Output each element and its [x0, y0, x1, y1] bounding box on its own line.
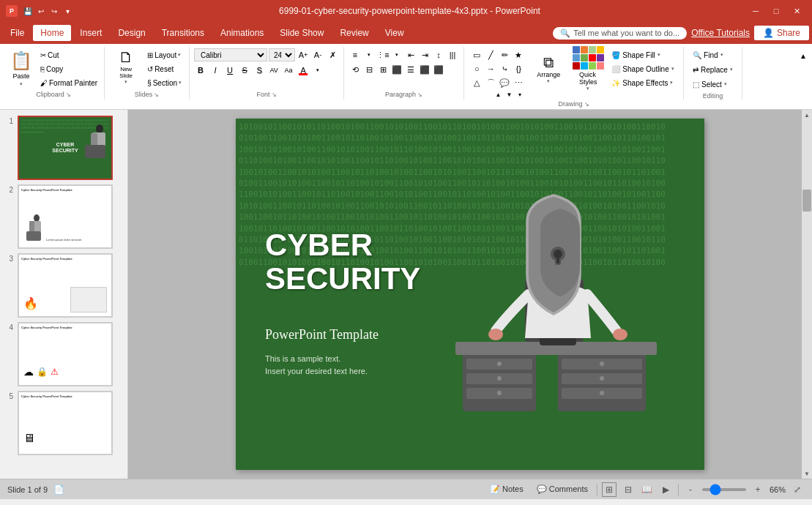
select-button[interactable]: ⬚ Select ▾ [688, 78, 731, 91]
undo-button[interactable]: ↩ [35, 5, 47, 17]
slide-img-5[interactable]: Cyber Security PowerPoint Template 🖥 [18, 391, 113, 455]
decrease-font-size-button[interactable]: A- [311, 48, 324, 61]
new-slide-button[interactable]: 🗋 NewSlide ▾ [109, 48, 143, 85]
paragraph-expand-icon[interactable]: ↘ [417, 91, 422, 98]
numbered-list-button[interactable]: ⋮≡ [376, 48, 390, 61]
shape-freeform[interactable]: ✏ [498, 48, 511, 61]
text-direction-button[interactable]: ⟲ [349, 63, 362, 76]
change-case-button[interactable]: Aa [282, 64, 295, 77]
align-right-button[interactable]: ⬛ [418, 63, 431, 76]
slide-img-2[interactable]: Cyber Security PowerPoint Template Lorem… [18, 184, 113, 249]
columns-button[interactable]: ||| [446, 48, 459, 61]
bullet-list-button[interactable]: ≡ [349, 48, 362, 61]
scroll-thumb-v[interactable] [802, 190, 811, 212]
menu-design[interactable]: Design [111, 25, 152, 41]
shape-bracket[interactable]: {} [512, 62, 525, 75]
align-center-button[interactable]: ☰ [404, 63, 417, 76]
section-button[interactable]: § Section ▾ [144, 76, 185, 89]
notes-button[interactable]: 📝 Notes [485, 484, 528, 495]
tell-me-box[interactable]: 🔍 Tell me what you want to do... [553, 27, 687, 40]
shape-more[interactable]: ⋯ [512, 76, 525, 89]
shape-star[interactable]: ★ [512, 48, 525, 61]
share-button[interactable]: 👤 Share [754, 26, 809, 40]
italic-button[interactable]: I [209, 64, 222, 77]
font-name-select[interactable]: Calibri Arial Times New Roman [194, 48, 267, 61]
fit-window-button[interactable]: ⤢ [790, 482, 805, 497]
quick-styles-button[interactable]: QuickStyles ▾ [572, 48, 604, 89]
shape-outline-button[interactable]: ⬜ Shape Outline ▾ [608, 62, 677, 75]
zoom-slider[interactable] [702, 488, 746, 491]
increase-indent-button[interactable]: ⇥ [418, 48, 431, 61]
shape-triangle[interactable]: △ [470, 76, 483, 89]
menu-slideshow[interactable]: Slide Show [272, 25, 331, 41]
strikethrough-button[interactable]: S [238, 64, 251, 77]
clear-format-button[interactable]: ✗ [326, 48, 339, 61]
slide-img-1[interactable]: 1010100110010110100101001100101010011001… [18, 116, 113, 180]
align-left-button[interactable]: ⬛ [390, 63, 403, 76]
drawing-expand-icon[interactable]: ↘ [584, 101, 589, 108]
font-size-select[interactable]: 24 18 32 48 [269, 48, 295, 61]
bold-button[interactable]: B [194, 64, 207, 77]
slideshow-view-button[interactable]: ▶ [659, 482, 674, 497]
ribbon-collapse-button[interactable]: ▲ [797, 50, 809, 61]
menu-view[interactable]: View [378, 25, 411, 41]
comments-button[interactable]: 💬 Comments [532, 484, 592, 495]
arrange-button[interactable]: ⧉ Arrange ▾ [529, 48, 567, 89]
redo-button[interactable]: ↪ [48, 5, 60, 17]
numbered-arrow[interactable]: ▾ [390, 48, 403, 61]
shape-connector[interactable]: ⤷ [498, 62, 511, 75]
scroll-up-button[interactable]: ▲ [802, 110, 812, 120]
vertical-scrollbar[interactable]: ▲ ▼ [802, 110, 812, 479]
shape-circle[interactable]: ○ [470, 62, 483, 75]
shape-arrow[interactable]: → [484, 62, 497, 75]
menu-animations[interactable]: Animations [213, 25, 271, 41]
justify-button[interactable]: ⬛ [432, 63, 445, 76]
format-painter-button[interactable]: 🖌 Format Painter [38, 76, 100, 89]
shape-rectangle[interactable]: ▭ [470, 48, 483, 61]
minimize-button[interactable]: ─ [746, 4, 765, 18]
slide-canvas[interactable]: 1010010110010101101001010011001010100110… [236, 119, 704, 470]
shapes-scroll-up[interactable]: ▲ [493, 90, 503, 99]
slide-thumb-2[interactable]: 2 Cyber Security PowerPoint Template Lor… [4, 184, 123, 249]
slide-sorter-button[interactable]: ⊟ [621, 482, 636, 497]
slide-thumb-4[interactable]: 4 Cyber Security PowerPoint Template ☁ 🔒… [4, 322, 123, 386]
align-text-button[interactable]: ⊟ [362, 63, 376, 76]
reading-view-button[interactable]: 📖 [640, 482, 655, 497]
menu-file[interactable]: File [3, 25, 31, 41]
replace-button[interactable]: ⇄ Replace ▾ [688, 63, 737, 76]
menu-insert[interactable]: Insert [72, 25, 109, 41]
close-button[interactable]: ✕ [787, 4, 806, 18]
convert-smartart-button[interactable]: ⊞ [376, 63, 390, 76]
slide-notes-icon[interactable]: 📄 [53, 485, 64, 495]
zoom-out-button[interactable]: - [683, 482, 698, 497]
scroll-track-v[interactable] [802, 120, 812, 468]
copy-button[interactable]: ⎘ Copy [38, 62, 100, 75]
scroll-down-button[interactable]: ▼ [802, 468, 812, 479]
reset-button[interactable]: ↺ Reset [144, 62, 185, 75]
slide-thumb-5[interactable]: 5 Cyber Security PowerPoint Template 🖥 [4, 391, 123, 455]
decrease-indent-button[interactable]: ⇤ [404, 48, 417, 61]
clipboard-expand-icon[interactable]: ↘ [66, 91, 71, 98]
slide-thumb-3[interactable]: 3 Cyber Security PowerPoint Template 🔥 [4, 253, 123, 318]
shadow-button[interactable]: S [253, 64, 266, 77]
shape-curve[interactable]: ⌒ [484, 76, 497, 89]
bullet-arrow[interactable]: ▾ [362, 48, 376, 61]
cut-button[interactable]: ✂ Cut [38, 48, 100, 61]
underline-button[interactable]: U [223, 64, 236, 77]
save-button[interactable]: 💾 [22, 5, 34, 17]
font-color-arrow[interactable]: ▾ [311, 64, 324, 77]
shapes-scroll-down[interactable]: ▼ [504, 90, 514, 99]
paste-button[interactable]: 📋 Paste ▾ [7, 48, 35, 89]
slide-img-3[interactable]: Cyber Security PowerPoint Template 🔥 [18, 253, 113, 318]
line-spacing-button[interactable]: ↕ [432, 48, 445, 61]
find-button[interactable]: 🔍 Find ▾ [688, 48, 727, 61]
office-tutorials-link[interactable]: Office Tutorials [691, 28, 750, 38]
slide-thumb-1[interactable]: 1 10101001100101101001010011001010100110… [4, 116, 123, 180]
slides-expand-icon[interactable]: ↘ [154, 91, 159, 98]
font-expand-icon[interactable]: ↘ [272, 91, 277, 98]
qat-more-button[interactable]: ▾ [62, 5, 73, 17]
slide-img-4[interactable]: Cyber Security PowerPoint Template ☁ 🔒 ⚠ [18, 322, 113, 386]
zoom-in-button[interactable]: + [750, 482, 765, 497]
char-spacing-button[interactable]: AV [267, 64, 280, 77]
menu-home[interactable]: Home [33, 25, 71, 41]
